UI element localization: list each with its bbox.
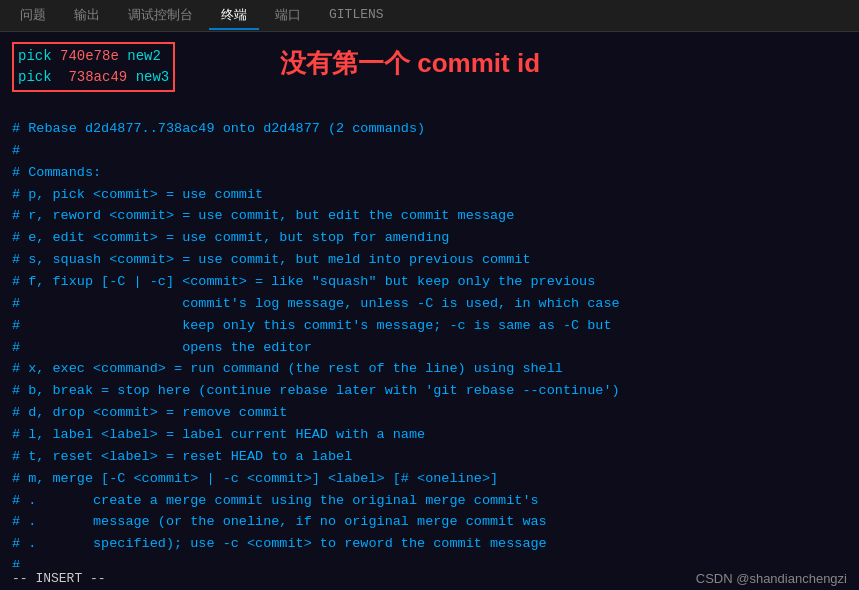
comment-line: # d, drop <commit> = remove commit xyxy=(12,402,847,424)
comment-line: # p, pick <commit> = use commit xyxy=(12,184,847,206)
comment-line: # xyxy=(12,140,847,162)
pick-line-1: pick 740e78e new2 xyxy=(18,46,169,67)
comment-line: # . message (or the oneline, if no origi… xyxy=(12,511,847,533)
comment-line: # x, exec <command> = run command (the r… xyxy=(12,358,847,380)
bottom-bar: -- INSERT -- CSDN @shandianchengzi xyxy=(0,567,859,590)
comment-line: # r, reword <commit> = use commit, but e… xyxy=(12,205,847,227)
comment-line: # . specified); use -c <commit> to rewor… xyxy=(12,533,847,555)
comment-line: # m, merge [-C <commit> | -c <commit>] <… xyxy=(12,468,847,490)
pick-keyword-2: pick xyxy=(18,69,52,85)
tab-problems[interactable]: 问题 xyxy=(8,2,58,30)
pick-name-2: new3 xyxy=(136,69,170,85)
tab-terminal[interactable]: 终端 xyxy=(209,2,259,30)
watermark-text: CSDN @shandianchengzi xyxy=(696,571,847,586)
insert-mode-indicator: -- INSERT -- xyxy=(12,571,106,586)
pick-name-1: new2 xyxy=(127,48,161,64)
comment-line: # b, break = stop here (continue rebase … xyxy=(12,380,847,402)
comment-line: # l, label <label> = label current HEAD … xyxy=(12,424,847,446)
tab-output[interactable]: 输出 xyxy=(62,2,112,30)
highlight-box: pick 740e78e new2 pick 738ac49 new3 xyxy=(12,42,175,92)
pick-keyword-1: pick xyxy=(18,48,52,64)
comment-line: # keep only this commit's message; -c is… xyxy=(12,315,847,337)
comment-line: # e, edit <commit> = use commit, but sto… xyxy=(12,227,847,249)
comment-line: # Commands: xyxy=(12,162,847,184)
pick-hash-1: 740e78e xyxy=(60,48,119,64)
tab-debug-console[interactable]: 调试控制台 xyxy=(116,2,205,30)
comment-line: # commit's log message, unless -C is use… xyxy=(12,293,847,315)
terminal-container: pick 740e78e new2 pick 738ac49 new3 没有第一… xyxy=(0,32,859,590)
tab-bar: 问题 输出 调试控制台 终端 端口 GITLENS xyxy=(0,0,859,32)
comment-block: # Rebase d2d4877..738ac49 onto d2d4877 (… xyxy=(12,118,847,590)
comment-line: # . create a merge commit using the orig… xyxy=(12,490,847,512)
pick-line-2: pick 738ac49 new3 xyxy=(18,67,169,88)
tab-gitlens[interactable]: GITLENS xyxy=(317,3,396,28)
comment-line: # opens the editor xyxy=(12,337,847,359)
comment-line: # s, squash <commit> = use commit, but m… xyxy=(12,249,847,271)
tab-ports[interactable]: 端口 xyxy=(263,2,313,30)
comment-line: # f, fixup [-C | -c] <commit> = like "sq… xyxy=(12,271,847,293)
annotation-text: 没有第一个 commit id xyxy=(280,46,540,81)
pick-hash-2: 738ac49 xyxy=(60,69,127,85)
pick-lines-block: pick 740e78e new2 pick 738ac49 new3 xyxy=(18,46,169,88)
comment-line: # Rebase d2d4877..738ac49 onto d2d4877 (… xyxy=(12,118,847,140)
comment-line: # t, reset <label> = reset HEAD to a lab… xyxy=(12,446,847,468)
